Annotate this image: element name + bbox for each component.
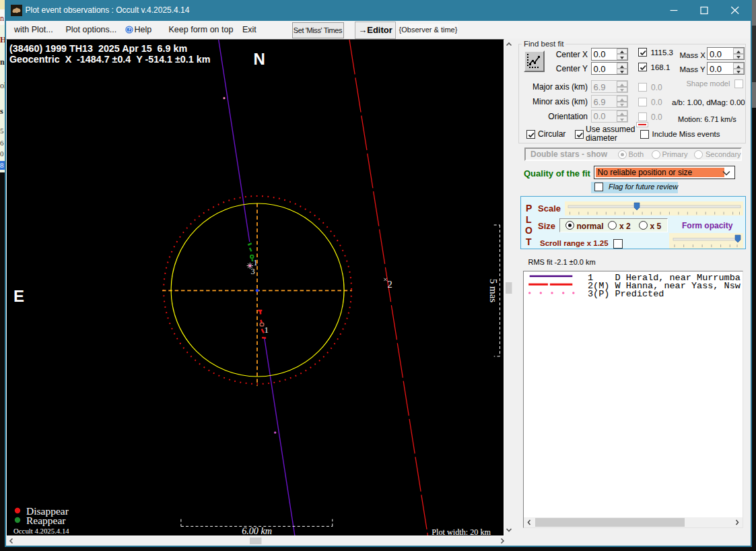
svg-text:3: 3: [251, 266, 255, 276]
svg-text:?: ?: [128, 27, 131, 33]
svg-text:1: 1: [254, 257, 258, 267]
svg-text:Geocentric X -1484.7 ±0.4 Y: Geocentric X -1484.7 ±0.4 Y -514.1 ±0.1 …: [9, 53, 210, 64]
svg-text:3(P) Predicted: 3(P) Predicted: [588, 288, 664, 298]
svg-text:Plot width: 20 km: Plot width: 20 km: [432, 527, 491, 536]
svg-text:(38460) 1999 TH13 2025 Apr 15: (38460) 1999 TH13 2025 Apr 15 6.9 km: [9, 42, 187, 53]
svg-text:E: E: [13, 287, 24, 305]
svg-text:1: 1: [265, 325, 269, 335]
svg-text:N: N: [254, 50, 265, 68]
svg-text:6.00 km: 6.00 km: [242, 525, 272, 536]
svg-text:Occult 4.2025.4.14: Occult 4.2025.4.14: [13, 527, 69, 535]
svg-text:5 mas: 5 mas: [488, 278, 499, 302]
svg-text:2: 2: [388, 278, 392, 289]
svg-text:Reappear: Reappear: [26, 514, 66, 525]
